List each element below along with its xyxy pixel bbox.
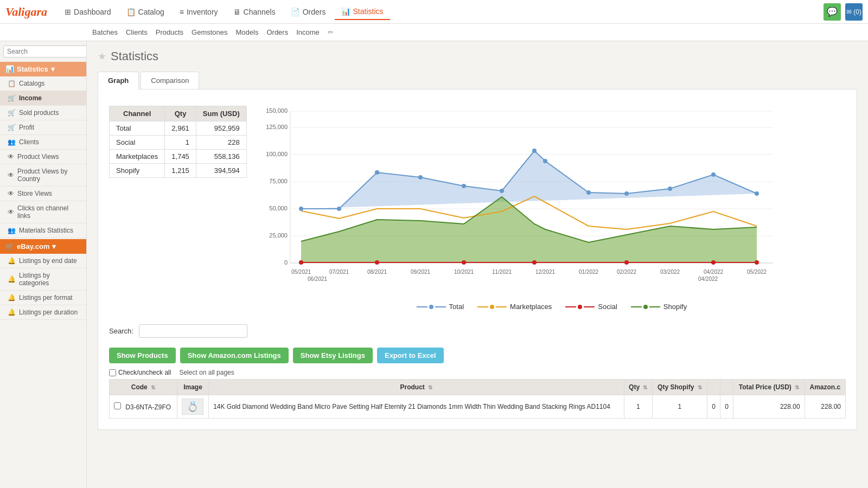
logo[interactable]: Valigara bbox=[5, 5, 47, 19]
channel-name: Marketplaces bbox=[110, 150, 165, 164]
row-qty: 1 bbox=[624, 395, 653, 419]
svg-text:04/2022: 04/2022 bbox=[704, 269, 724, 275]
legend-total-line2 bbox=[435, 306, 446, 307]
sidebar-item-listings-duration[interactable]: 🔔 Listings per duration bbox=[0, 305, 86, 320]
show-amazon-button[interactable]: Show Amazon.com Listings bbox=[180, 348, 289, 363]
sidebar-item-materials[interactable]: 👥 Materials Statistics bbox=[0, 223, 86, 238]
ebay-section: 🛒 eBay.com ▾ 🔔 Listings by end date 🔔 Li… bbox=[0, 239, 86, 320]
nav-statistics[interactable]: 📊 Statistics bbox=[335, 4, 390, 20]
edit-icon[interactable]: ✏ bbox=[328, 28, 334, 36]
sidebar-item-clicks[interactable]: 👁 Clicks on channel links bbox=[0, 201, 86, 223]
social-dot bbox=[375, 260, 379, 265]
nav-dashboard[interactable]: ⊞ Dashboard bbox=[58, 4, 118, 20]
col-product-header[interactable]: Product ⇅ bbox=[209, 380, 624, 395]
channel-name: Social bbox=[110, 136, 165, 150]
sort-icon-qty: ⇅ bbox=[643, 384, 647, 390]
shopify-area bbox=[301, 197, 757, 263]
nav-channels[interactable]: 🖥 Channels bbox=[227, 4, 282, 20]
channel-table: Channel Qty Sum (USD) Total 2,961 952,95… bbox=[109, 106, 247, 178]
col-image-header: Image bbox=[177, 380, 208, 395]
total-dot bbox=[418, 175, 423, 179]
row-col6: 0 bbox=[707, 395, 720, 419]
row-code: D3-6NTA-Z9FO bbox=[110, 395, 177, 419]
channel-row-marketplaces: Marketplaces 1,745 558,136 bbox=[110, 150, 247, 164]
sort-icon-price: ⇅ bbox=[795, 384, 799, 390]
show-etsy-button[interactable]: Show Etsy Listings bbox=[293, 348, 373, 363]
col-code-header[interactable]: Code ⇅ bbox=[110, 380, 177, 395]
svg-text:25,000: 25,000 bbox=[269, 232, 288, 239]
legend-marketplaces-line2 bbox=[496, 306, 507, 307]
col-qty-header[interactable]: Qty ⇅ bbox=[624, 380, 653, 395]
search-field[interactable] bbox=[139, 324, 247, 338]
sidebar-item-profit[interactable]: 🛒 Profit bbox=[0, 120, 86, 135]
main-layout: ◀ 📊 Statistics ▾ 📋 Catalogs 🛒 Income 🛒 S… bbox=[0, 41, 868, 488]
legend-shopify-line bbox=[631, 306, 642, 307]
legend-shopify-dot bbox=[643, 305, 648, 309]
col-total-price-header[interactable]: Total Price (USD) ⇅ bbox=[733, 380, 805, 395]
subnav-models[interactable]: Models bbox=[236, 28, 259, 36]
mail-button[interactable]: ✉ (0) bbox=[845, 3, 863, 21]
svg-text:04/2022: 04/2022 bbox=[698, 276, 718, 282]
subnav-income[interactable]: Income bbox=[296, 28, 320, 36]
sidebar-item-listings-categories[interactable]: 🔔 Listings by categories bbox=[0, 268, 86, 291]
svg-text:125,000: 125,000 bbox=[266, 124, 288, 130]
tab-comparison[interactable]: Comparison bbox=[141, 72, 199, 89]
row-qty-shopify: 1 bbox=[653, 395, 707, 419]
chat-button[interactable]: 💬 bbox=[824, 3, 841, 21]
statistics-section-header[interactable]: 📊 Statistics ▾ bbox=[0, 62, 86, 76]
show-products-button[interactable]: Show Products bbox=[109, 348, 176, 363]
subnav-gemstones[interactable]: Gemstones bbox=[192, 28, 227, 36]
svg-text:12/2021: 12/2021 bbox=[535, 269, 556, 275]
subnav-clients[interactable]: Clients bbox=[126, 28, 148, 36]
col-qty-shopify-header[interactable]: Qty Shopify ⇅ bbox=[653, 380, 707, 395]
total-dot bbox=[337, 207, 341, 211]
sidebar-item-store-views[interactable]: 👁 Store Views bbox=[0, 187, 86, 201]
sidebar-item-product-views-country[interactable]: 👁 Product Views by Country bbox=[0, 164, 86, 187]
sidebar-item-clients[interactable]: 👥 Clients bbox=[0, 135, 86, 150]
product-thumbnail: 💍 bbox=[182, 399, 203, 415]
check-uncheck-label[interactable]: Check/uncheck all bbox=[109, 369, 171, 376]
subnav-batches[interactable]: Batches bbox=[92, 28, 118, 36]
sidebar-item-sold-products[interactable]: 🛒 Sold products bbox=[0, 106, 86, 120]
search-input[interactable] bbox=[3, 46, 87, 57]
channel-name: Total bbox=[110, 121, 165, 136]
legend-shopify: Shopify bbox=[631, 303, 687, 311]
legend-marketplaces: Marketplaces bbox=[477, 303, 552, 311]
channel-name: Shopify bbox=[110, 164, 165, 178]
nav-orders[interactable]: 📄 Orders bbox=[284, 4, 333, 20]
ebay-section-header[interactable]: 🛒 eBay.com ▾ bbox=[0, 239, 86, 254]
legend-social: Social bbox=[565, 303, 617, 311]
row-checkbox[interactable] bbox=[114, 402, 121, 409]
total-dot bbox=[500, 189, 504, 193]
row-amazon: 228.00 bbox=[805, 395, 845, 419]
social-dot bbox=[711, 260, 716, 265]
total-dot bbox=[668, 187, 672, 191]
row-product: 14K Gold Diamond Wedding Band Micro Pave… bbox=[209, 395, 624, 419]
nav-catalog[interactable]: 📋 Catalog bbox=[120, 4, 171, 20]
nav-items: ⊞ Dashboard 📋 Catalog ≡ Inventory 🖥 Chan… bbox=[58, 4, 824, 20]
tab-graph[interactable]: Graph bbox=[98, 72, 139, 89]
col-channel: Channel bbox=[110, 106, 165, 121]
legend-social-label: Social bbox=[598, 303, 617, 311]
svg-text:05/2021: 05/2021 bbox=[291, 269, 311, 275]
subnav-orders[interactable]: Orders bbox=[266, 28, 288, 36]
legend-total-line bbox=[417, 306, 427, 307]
check-uncheck-checkbox[interactable] bbox=[109, 369, 116, 376]
select-all-pages[interactable]: Select on all pages bbox=[179, 369, 234, 376]
sidebar: ◀ 📊 Statistics ▾ 📋 Catalogs 🛒 Income 🛒 S… bbox=[0, 41, 87, 488]
svg-text:150,000: 150,000 bbox=[266, 107, 288, 114]
channel-qty: 2,961 bbox=[165, 121, 196, 136]
svg-text:07/2021: 07/2021 bbox=[329, 269, 349, 275]
row-total-price: 228.00 bbox=[733, 395, 805, 419]
page-title: Statistics bbox=[111, 49, 158, 63]
sidebar-item-income[interactable]: 🛒 Income bbox=[0, 91, 86, 106]
favorite-star[interactable]: ★ bbox=[98, 50, 106, 62]
export-excel-button[interactable]: Export to Excel bbox=[377, 348, 444, 363]
sidebar-item-listings-end-date[interactable]: 🔔 Listings by end date bbox=[0, 254, 86, 268]
search-area: Search: bbox=[109, 319, 846, 343]
sidebar-item-listings-format[interactable]: 🔔 Listings per format bbox=[0, 291, 86, 305]
sidebar-item-catalogs[interactable]: 📋 Catalogs bbox=[0, 76, 86, 91]
sidebar-item-product-views[interactable]: 👁 Product Views bbox=[0, 150, 86, 164]
subnav-products[interactable]: Products bbox=[156, 28, 183, 36]
nav-inventory[interactable]: ≡ Inventory bbox=[173, 4, 225, 20]
